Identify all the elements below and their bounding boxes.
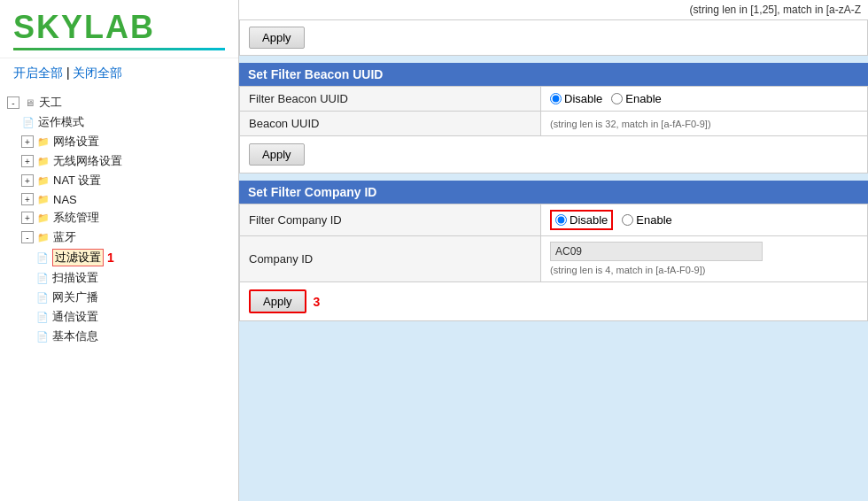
beacon-apply-button[interactable]: Apply (249, 143, 305, 166)
nav-label-mode: 运作模式 (38, 114, 84, 130)
beacon-disable-radio[interactable] (550, 93, 562, 104)
content-area: (string len in [1,25], match in [a-zA-Z … (239, 0, 868, 501)
toggle-separator: | (66, 66, 70, 80)
beacon-disable-text: Disable (564, 92, 602, 105)
nav-item-tiangong[interactable]: - 🖥 天工 (0, 93, 238, 112)
filter-company-id-label: Filter Company ID (240, 204, 541, 236)
beacon-uuid-table: Filter Beacon UUID Disable Enable (239, 86, 868, 136)
company-id-header-wrap: Set Filter Company ID 2 (239, 181, 868, 204)
filter-beacon-uuid-control: Disable Enable (541, 87, 868, 112)
beacon-enable-radio[interactable] (611, 93, 623, 104)
nav-item-filter[interactable]: 📄 过滤设置 1 (0, 247, 238, 268)
top-apply-button[interactable]: Apply (249, 27, 305, 49)
expand-icon-nat: + (21, 174, 34, 187)
nav-label-nat: NAT 设置 (53, 173, 101, 189)
nav-label-nas: NAS (53, 193, 77, 206)
company-id-table: Filter Company ID Disable Enable (239, 204, 868, 282)
beacon-uuid-radio-group: Disable Enable (550, 92, 858, 105)
nav-tree: - 🖥 天工 📄 运作模式 + 📁 网络设置 + 📁 无线网络设置 + 📁 NA… (0, 89, 238, 501)
nav-item-bluetooth[interactable]: - 📁 蓝牙 (0, 227, 238, 247)
beacon-uuid-section: Set Filter Beacon UUID Filter Beacon UUI… (239, 63, 868, 173)
expand-icon-bluetooth: - (21, 231, 34, 243)
nav-label-comm: 通信设置 (52, 309, 98, 325)
expand-icon-network: + (21, 135, 34, 148)
company-id-value-row: Company ID (string len is 4, match in [a… (240, 236, 868, 282)
company-enable-text: Enable (636, 213, 671, 227)
company-id-header: Set Filter Company ID (239, 181, 868, 204)
tree-icon-tiangong: 🖥 (22, 96, 36, 110)
expand-icon-wireless: + (21, 155, 34, 167)
company-id-field-cell: (string len is 4, match in [a-fA-F0-9]) (541, 236, 868, 282)
page-icon-broadcast: 📄 (35, 290, 50, 304)
filter-marker: 1 (107, 250, 114, 265)
company-apply-button[interactable]: Apply (249, 289, 306, 313)
page-icon-comm: 📄 (35, 310, 50, 324)
close-all-link[interactable]: 关闭全部 (73, 66, 122, 80)
beacon-uuid-label: Beacon UUID (240, 112, 541, 136)
company-id-section: Set Filter Company ID 2 Filter Company I… (239, 181, 868, 321)
company-id-radio-group: Disable Enable (550, 210, 858, 230)
company-apply-row: Apply 3 (239, 282, 868, 321)
beacon-uuid-header-wrap: Set Filter Beacon UUID (239, 63, 868, 86)
logo-underline (13, 48, 225, 50)
company-enable-label[interactable]: Enable (622, 213, 671, 227)
nav-label-info: 基本信息 (52, 328, 98, 344)
beacon-uuid-hint: (string len is 32, match in [a-fA-F0-9]) (550, 119, 711, 129)
beacon-disable-label[interactable]: Disable (550, 92, 602, 105)
company-apply-wrap: Apply 3 (249, 289, 320, 313)
page-icon-mode: 📄 (21, 115, 35, 129)
filter-beacon-uuid-label: Filter Beacon UUID (240, 87, 541, 112)
expand-icon-nas: + (21, 193, 34, 205)
company-disable-text: Disable (570, 213, 608, 227)
company-id-label: Company ID (240, 236, 541, 282)
apply-marker: 3 (314, 295, 321, 309)
nav-item-sysadmin[interactable]: + 📁 系统管理 (0, 208, 238, 227)
nav-item-network[interactable]: + 📁 网络设置 (0, 132, 238, 151)
page-icon-filter: 📄 (35, 250, 50, 265)
nav-label-sysadmin: 系统管理 (53, 210, 99, 226)
nav-item-nas[interactable]: + 📁 NAS (0, 190, 238, 208)
filter-company-id-row: Filter Company ID Disable Enable (240, 204, 868, 236)
nav-item-broadcast[interactable]: 📄 网关广播 (0, 288, 238, 307)
folder-icon-wireless: 📁 (36, 154, 50, 168)
company-disable-radio[interactable] (555, 214, 567, 226)
filter-company-id-control: Disable Enable (541, 204, 868, 236)
filter-beacon-uuid-row: Filter Beacon UUID Disable Enable (240, 87, 868, 112)
nav-item-comm[interactable]: 📄 通信设置 (0, 307, 238, 327)
expand-icon-sysadmin: + (21, 212, 34, 224)
beacon-uuid-header: Set Filter Beacon UUID (239, 63, 868, 86)
folder-icon-nas: 📁 (36, 192, 50, 206)
nav-item-nat[interactable]: + 📁 NAT 设置 (0, 171, 238, 190)
page-icon-info: 📄 (35, 329, 50, 343)
nav-label-network: 网络设置 (53, 134, 99, 150)
folder-icon-sysadmin: 📁 (36, 211, 50, 225)
nav-item-mode[interactable]: 📄 运作模式 (0, 112, 238, 132)
nav-label-tiangong: 天工 (39, 95, 62, 111)
beacon-enable-label[interactable]: Enable (611, 92, 661, 105)
folder-icon-bluetooth: 📁 (36, 230, 50, 244)
beacon-uuid-field-cell: (string len is 32, match in [a-fA-F0-9]) (541, 112, 868, 136)
beacon-apply-row: Apply (239, 136, 868, 173)
nav-item-scan[interactable]: 📄 扫描设置 (0, 268, 238, 288)
beacon-enable-text: Enable (625, 92, 661, 105)
company-enable-radio[interactable] (622, 214, 633, 226)
nav-item-wireless[interactable]: + 📁 无线网络设置 (0, 151, 238, 171)
beacon-uuid-value-row: Beacon UUID (string len is 32, match in … (240, 112, 868, 136)
company-disable-label[interactable]: Disable (550, 210, 613, 230)
partial-top-row: (string len in [1,25], match in [a-zA-Z (239, 0, 868, 20)
open-all-link[interactable]: 开启全部 (13, 66, 63, 80)
folder-icon-network: 📁 (36, 135, 50, 149)
logo: SKYLAB (13, 9, 225, 46)
nav-item-info[interactable]: 📄 基本信息 (0, 327, 238, 346)
nav-label-filter: 过滤设置 (52, 249, 104, 266)
nav-label-wireless: 无线网络设置 (53, 153, 122, 169)
page-icon-scan: 📄 (35, 271, 50, 285)
company-id-hint: (string len is 4, match in [a-fA-F0-9]) (550, 265, 705, 275)
logo-area: SKYLAB (0, 0, 238, 58)
company-id-input[interactable] (550, 242, 763, 261)
folder-icon-nat: 📁 (36, 173, 50, 188)
top-apply-row: Apply (239, 20, 868, 56)
partial-text: (string len in [1,25], match in [a-zA-Z (690, 4, 861, 16)
nav-label-scan: 扫描设置 (52, 270, 98, 286)
expand-icon-tiangong: - (7, 96, 19, 109)
